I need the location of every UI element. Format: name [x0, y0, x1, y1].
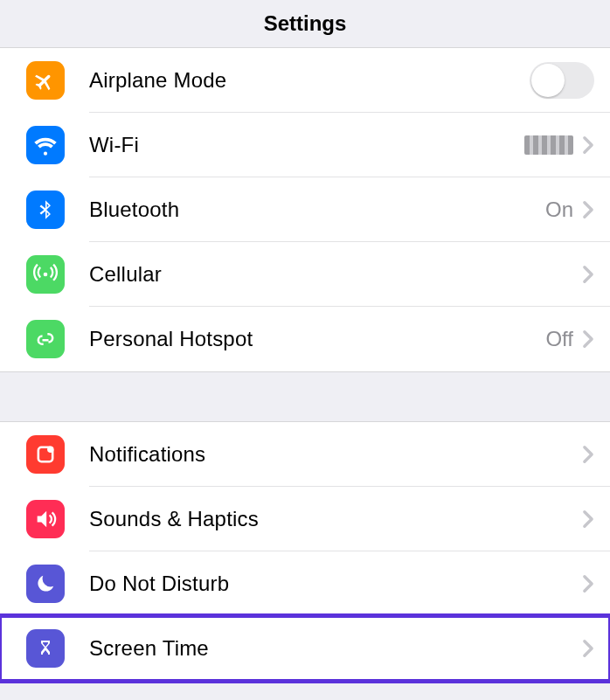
bluetooth-value: On [545, 198, 573, 222]
wifi-icon [26, 126, 65, 164]
chevron-right-icon [582, 574, 594, 593]
row-label: Personal Hotspot [89, 327, 545, 351]
chevron-right-icon [582, 445, 594, 464]
row-label: Wi-Fi [89, 133, 524, 157]
chevron-right-icon [582, 509, 594, 529]
row-wifi[interactable]: Wi-Fi [0, 113, 610, 177]
row-label: Bluetooth [89, 198, 545, 222]
chevron-right-icon [582, 639, 594, 658]
page-title: Settings [264, 11, 347, 36]
chevron-right-icon [582, 135, 594, 155]
row-notifications[interactable]: Notifications [0, 422, 610, 487]
wifi-value-redacted [524, 135, 573, 155]
settings-section-connectivity: Airplane Mode Wi-Fi Bluetooth On Cellula… [0, 47, 610, 372]
cellular-icon [26, 255, 65, 294]
airplane-toggle[interactable] [530, 62, 594, 99]
row-airplane-mode[interactable]: Airplane Mode [0, 48, 610, 113]
row-screen-time[interactable]: Screen Time [0, 616, 610, 681]
chevron-right-icon [582, 200, 594, 219]
row-label: Screen Time [89, 636, 582, 661]
row-label: Airplane Mode [89, 68, 530, 93]
toggle-knob [531, 64, 565, 97]
chevron-right-icon [582, 329, 594, 349]
hotspot-icon [26, 320, 65, 358]
row-do-not-disturb[interactable]: Do Not Disturb [0, 551, 610, 616]
row-cellular[interactable]: Cellular [0, 242, 610, 307]
bluetooth-icon [26, 191, 65, 229]
row-label: Do Not Disturb [89, 572, 582, 596]
airplane-icon [26, 61, 65, 100]
row-label: Sounds & Haptics [89, 507, 582, 531]
moon-icon [26, 565, 65, 603]
sounds-icon [26, 500, 65, 538]
svg-point-1 [47, 446, 53, 452]
settings-header: Settings [0, 0, 610, 47]
row-personal-hotspot[interactable]: Personal Hotspot Off [0, 307, 610, 371]
hourglass-icon [26, 629, 65, 668]
notifications-icon [26, 435, 65, 474]
row-label: Notifications [89, 442, 582, 467]
settings-section-general: Notifications Sounds & Haptics Do Not Di… [0, 421, 610, 682]
row-sounds-haptics[interactable]: Sounds & Haptics [0, 487, 610, 551]
row-bluetooth[interactable]: Bluetooth On [0, 177, 610, 242]
chevron-right-icon [582, 265, 594, 284]
hotspot-value: Off [545, 327, 573, 351]
row-label: Cellular [89, 262, 582, 287]
